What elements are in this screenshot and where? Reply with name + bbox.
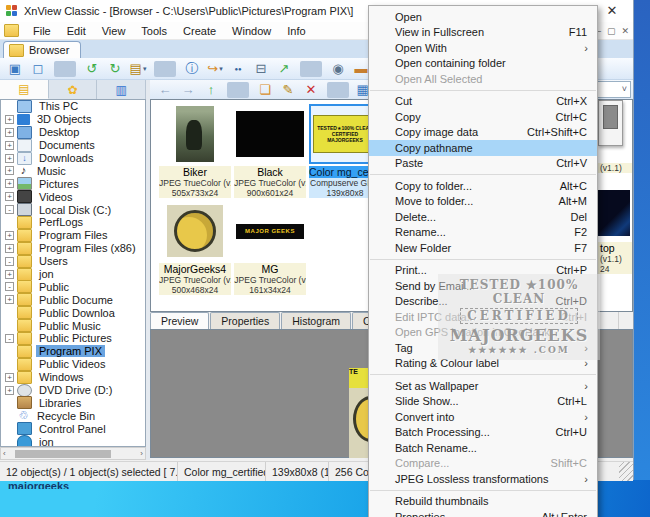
tree-item[interactable]: + jon [1, 268, 145, 281]
context-menu-item[interactable] [369, 256, 597, 263]
tree-item[interactable]: + DVD Drive (D:) [1, 384, 145, 397]
tree-item[interactable]: + Videos [1, 190, 145, 203]
context-menu-item[interactable]: Compare... Shift+C [369, 456, 597, 472]
close-icon[interactable]: ✕ [604, 3, 620, 19]
mdi-window-controls[interactable]: ‒ ▢ ✕ [596, 24, 629, 38]
context-menu-item[interactable]: Copy Ctrl+C [369, 109, 597, 125]
tree-tab-folders[interactable]: ▤ [0, 80, 49, 99]
edit-icon[interactable]: ✎ [277, 81, 299, 99]
context-menu-item[interactable] [369, 371, 597, 378]
context-menu-item[interactable]: Open All Selected [369, 71, 597, 87]
dropdown-arrow-icon[interactable]: ▾ [143, 60, 147, 78]
tree-expand-toggle[interactable]: + [5, 115, 14, 124]
context-menu-item[interactable]: Rating & Colour label › [369, 356, 597, 372]
thumbnail[interactable]: MajorGeeks4 JPEG TrueColor (v1.1) 500x46… [159, 201, 231, 298]
context-menu-item[interactable]: Cut Ctrl+X [369, 94, 597, 110]
context-menu-item[interactable]: JPEG Lossless transformations › [369, 471, 597, 487]
tree-expand-toggle[interactable]: + [5, 231, 14, 240]
tree-item[interactable]: Public Music [1, 319, 145, 332]
tree-item[interactable]: jon [1, 435, 145, 447]
tree-item[interactable]: - Local Disk (C:) [1, 203, 145, 216]
tree-item[interactable]: + Public Docume [1, 293, 145, 306]
context-menu-item[interactable]: Open GPS location in GeoHack [369, 325, 597, 341]
tree-item[interactable]: + Documents [1, 139, 145, 152]
tree-expand-toggle[interactable]: + [5, 386, 14, 395]
tree-item[interactable]: PerfLogs [1, 216, 145, 229]
tree-item[interactable]: - Public Pictures [1, 332, 145, 345]
context-menu-item[interactable]: Rebuild thumbnails [369, 494, 597, 510]
preview-tab[interactable]: Properties [210, 312, 280, 329]
tree-expand-toggle[interactable]: + [5, 270, 14, 279]
resize-grip[interactable] [619, 462, 633, 481]
context-menu-item[interactable]: Slide Show... Ctrl+L [369, 394, 597, 410]
context-menu-item[interactable]: Delete... Del [369, 209, 597, 225]
tree-item[interactable]: Control Panel [1, 422, 145, 435]
menu-bar-item[interactable]: Info [279, 22, 313, 40]
convert-icon[interactable]: ▤▾ [127, 60, 149, 78]
menu-bar-item[interactable]: Edit [59, 22, 94, 40]
tree-expand-toggle[interactable]: + [5, 192, 14, 201]
export-icon[interactable]: ↗ [273, 60, 295, 78]
context-menu-item[interactable]: View in Fullscreen F11 [369, 25, 597, 41]
capture-icon[interactable]: ◉ [327, 60, 349, 78]
preview-tab[interactable]: Preview [150, 312, 209, 329]
menu-bar-item[interactable]: View [94, 22, 134, 40]
tree-item[interactable]: + Pictures [1, 177, 145, 190]
tree-item[interactable]: Public Downloa [1, 306, 145, 319]
menu-bar-item[interactable]: Window [224, 22, 279, 40]
tree-expand-toggle[interactable]: + [5, 295, 14, 304]
tree-item[interactable]: + Windows [1, 371, 145, 384]
context-menu-item[interactable]: Batch Rename... [369, 440, 597, 456]
tree-expand-toggle[interactable]: - [5, 205, 14, 214]
tree-tab-favorites[interactable]: ✿ [49, 80, 98, 99]
scroll-right-icon[interactable]: › [140, 449, 143, 458]
tree-item[interactable]: - Users [1, 255, 145, 268]
tree-expand-toggle[interactable]: + [5, 128, 14, 137]
filter-combobox[interactable]: ˅ [597, 81, 631, 98]
menu-bar-item[interactable]: File [25, 22, 59, 40]
tree-item[interactable]: Public Videos [1, 358, 145, 371]
open-with-icon[interactable]: ↪▾ [204, 60, 226, 78]
tree-expand-toggle[interactable]: - [5, 282, 14, 291]
context-menu-item[interactable]: Batch Processing... Ctrl+U [369, 425, 597, 441]
rotate-left-icon[interactable]: ↺ [81, 60, 103, 78]
context-menu-item[interactable] [369, 87, 597, 94]
tree-expand-toggle[interactable]: - [5, 257, 14, 266]
new-folder-icon[interactable]: ❏ [254, 81, 276, 99]
mdi-restore-icon[interactable]: ▢ [607, 26, 616, 36]
dropdown-arrow-icon[interactable]: ▾ [219, 60, 223, 78]
thumbnail[interactable]: Biker JPEG TrueColor (v1.1) 505x733x24 [159, 104, 231, 201]
tree-expand-toggle[interactable]: + [5, 244, 14, 253]
context-menu-item[interactable]: New Folder F7 [369, 240, 597, 256]
tree-horizontal-scrollbar[interactable]: ‹ › [0, 447, 146, 460]
tree-item[interactable]: This PC [1, 100, 145, 113]
context-menu-item[interactable]: Move to folder... Alt+M [369, 194, 597, 210]
context-menu-item[interactable]: Print... Ctrl+P [369, 263, 597, 279]
context-menu-item[interactable]: Open [369, 9, 597, 25]
tree-expand-toggle[interactable]: + [5, 141, 14, 150]
rotate-right-icon[interactable]: ↻ [104, 60, 126, 78]
tree-item[interactable]: + Music [1, 164, 145, 177]
tree-item[interactable]: Program PIX [1, 345, 145, 358]
tree-expand-toggle[interactable]: + [5, 373, 14, 382]
search-icon[interactable]: ●● [227, 60, 249, 78]
info-icon[interactable]: ⓘ [181, 60, 203, 78]
tree-expand-toggle[interactable]: + [5, 166, 14, 175]
tree-expand-toggle[interactable]: - [5, 334, 14, 343]
tree-item[interactable]: Recycle Bin [1, 409, 145, 422]
context-menu-item[interactable]: Edit IPTC data... Ctrl+I [369, 309, 597, 325]
up-icon[interactable]: ↑ [200, 81, 222, 99]
context-menu-item[interactable]: Open With › [369, 40, 597, 56]
context-menu-item[interactable]: Properties Alt+Enter [369, 509, 597, 517]
menu-bar-item[interactable]: Tools [133, 22, 175, 40]
scrollbar-thumb[interactable] [15, 450, 111, 458]
tree-item[interactable]: + Program Files (x86) [1, 242, 145, 255]
context-menu-item[interactable]: Copy pathname [369, 140, 597, 156]
tab-browser[interactable]: Browser [3, 41, 81, 58]
context-menu-item[interactable]: Copy to folder... Alt+C [369, 178, 597, 194]
tree-item[interactable]: + 3D Objects [1, 113, 145, 126]
delete-icon[interactable]: ✕ [300, 81, 322, 99]
tree-tab-categories[interactable]: ▥ [97, 80, 146, 99]
back-icon[interactable]: ← [154, 81, 176, 99]
tree-item[interactable]: - Public [1, 280, 145, 293]
